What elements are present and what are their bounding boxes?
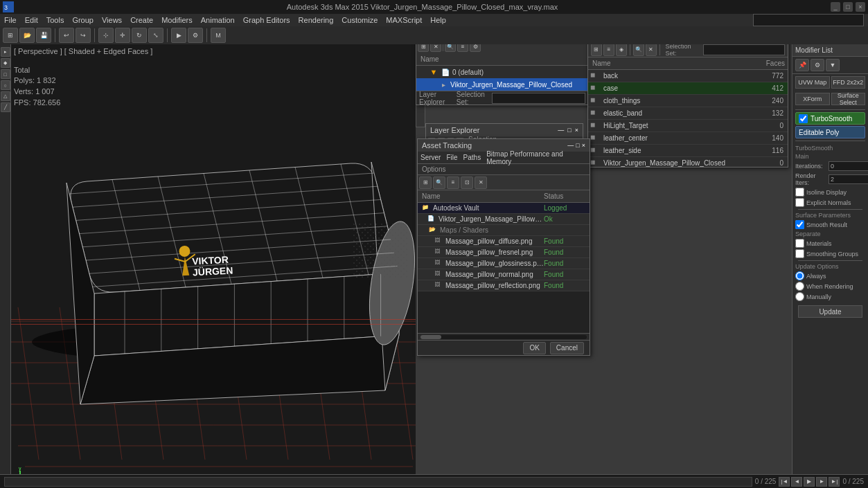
modifier-item-editable-poly[interactable]: Editable Poly bbox=[795, 126, 865, 138]
at-menu-bitmap[interactable]: Bitmap Performance and Memory bbox=[486, 150, 587, 165]
last-frame-btn[interactable]: ►| bbox=[829, 477, 840, 487]
save-btn[interactable]: 💾 bbox=[36, 28, 51, 43]
at-scroll-thumb[interactable] bbox=[420, 335, 441, 339]
sfs-item-hilight[interactable]: ◼ HiLight_Target 0 bbox=[588, 120, 788, 132]
lt-btn-5[interactable]: △ bbox=[1, 91, 10, 101]
se-item-default[interactable]: ▼ 📄 0 (default) bbox=[416, 66, 588, 78]
scale-btn[interactable]: ⤡ bbox=[148, 28, 163, 43]
sfs-item-leather-side[interactable]: ◼ leather_side 116 bbox=[588, 145, 788, 157]
viewport[interactable]: [ Perspective ] [ Shaded + Edged Faces ]… bbox=[11, 44, 416, 488]
xform-btn[interactable]: XForm bbox=[795, 93, 830, 105]
le-maximize-btn[interactable]: □ bbox=[567, 127, 571, 134]
at-item-vault[interactable]: 📁 Autodesk Vault Logged bbox=[418, 203, 590, 214]
ts-smoothing-groups-checkbox[interactable] bbox=[795, 249, 804, 258]
sfs-item-elastic[interactable]: ◼ elastic_band 132 bbox=[588, 107, 788, 120]
ts-iterations-input[interactable] bbox=[829, 161, 868, 171]
sfs-item-back[interactable]: ◼ back 772 bbox=[588, 70, 788, 82]
ts-update-btn[interactable]: Update bbox=[798, 305, 862, 318]
at-menu-file[interactable]: File bbox=[446, 154, 457, 161]
lt-btn-6[interactable]: ╱ bbox=[1, 102, 10, 112]
render-setup-btn[interactable]: ⚙ bbox=[188, 28, 203, 43]
render-btn[interactable]: ▶ bbox=[171, 28, 186, 43]
ts-isoline-checkbox[interactable] bbox=[795, 188, 804, 197]
ts-render-iters-input[interactable] bbox=[829, 174, 868, 184]
menu-modifiers[interactable]: Modifiers bbox=[161, 16, 193, 24]
mod-pin-btn[interactable]: 📌 bbox=[795, 59, 809, 71]
se-item-pillow[interactable]: ▸ Viktor_Jurgen_Massage_Pillow_Closed bbox=[416, 78, 588, 91]
menu-animation[interactable]: Animation bbox=[201, 16, 235, 24]
first-frame-btn[interactable]: |◄ bbox=[779, 477, 790, 487]
at-tb-btn-1[interactable]: ⊞ bbox=[419, 177, 432, 189]
next-frame-btn[interactable]: ► bbox=[816, 477, 827, 487]
at-menu-paths[interactable]: Paths bbox=[463, 154, 481, 161]
prev-frame-btn[interactable]: ◄ bbox=[791, 477, 802, 487]
ts-explicit-checkbox[interactable] bbox=[795, 198, 804, 207]
menu-help[interactable]: Help bbox=[430, 16, 446, 24]
ts-smooth-result-checkbox[interactable] bbox=[795, 220, 804, 229]
minimize-btn[interactable]: _ bbox=[831, 2, 840, 12]
ts-manually-radio[interactable] bbox=[795, 292, 804, 301]
move-btn[interactable]: ✛ bbox=[115, 28, 130, 43]
maximize-btn[interactable]: □ bbox=[843, 2, 853, 12]
at-minimize-btn[interactable]: — bbox=[567, 142, 574, 149]
at-ok-btn[interactable]: OK bbox=[523, 342, 545, 354]
menu-edit[interactable]: Edit bbox=[25, 16, 38, 24]
sfs-item-case[interactable]: ◼ case 412 bbox=[588, 82, 788, 95]
at-tb-btn-5[interactable]: ✕ bbox=[475, 177, 487, 189]
turbosmooth-checkbox[interactable] bbox=[799, 114, 808, 123]
le-close-btn[interactable]: × bbox=[575, 127, 578, 134]
ts-always-radio[interactable] bbox=[795, 271, 804, 280]
sfs-tb-btn-2[interactable]: ≡ bbox=[603, 44, 614, 56]
at-item-main-file[interactable]: 📄 Viktor_Jurgen_Massage_Pillow_Closed_ma… bbox=[418, 214, 590, 225]
at-tb-btn-3[interactable]: ≡ bbox=[447, 177, 459, 189]
mod-expand-btn[interactable]: ▼ bbox=[826, 59, 840, 71]
menu-maxscript[interactable]: MAXScript bbox=[386, 16, 422, 24]
at-close-btn[interactable]: × bbox=[582, 142, 585, 149]
le-minimize-btn[interactable]: — bbox=[558, 127, 564, 134]
at-item-reflection[interactable]: 🖼 Massage_pillow_reflection.png Found bbox=[418, 280, 590, 291]
lt-btn-4[interactable]: ○ bbox=[1, 80, 10, 90]
uwv-map-btn[interactable]: UVW Map bbox=[795, 76, 830, 89]
lt-btn-2[interactable]: ◆ bbox=[1, 58, 10, 68]
rotate-btn[interactable]: ↻ bbox=[132, 28, 147, 43]
sfs-tb-btn-3[interactable]: ◈ bbox=[616, 44, 627, 56]
lt-btn-1[interactable]: ▸ bbox=[1, 47, 10, 57]
at-maximize-btn[interactable]: □ bbox=[576, 142, 579, 149]
at-item-normal[interactable]: 🖼 Massage_pillow_normal.png Found bbox=[418, 269, 590, 280]
at-tb-btn-4[interactable]: ⊡ bbox=[461, 177, 473, 189]
undo-btn[interactable]: ↩ bbox=[59, 28, 74, 43]
se-selection-set-input[interactable] bbox=[492, 93, 585, 104]
menu-tools[interactable]: Tools bbox=[46, 16, 64, 24]
sfs-item-leather-center[interactable]: ◼ leather_center 140 bbox=[588, 132, 788, 145]
at-tb-btn-2[interactable]: 🔍 bbox=[433, 177, 445, 189]
menu-rendering[interactable]: Rendering bbox=[299, 16, 334, 24]
modifier-item-turbosmooth[interactable]: TurboSmooth bbox=[795, 112, 865, 125]
new-btn[interactable]: ⊞ bbox=[3, 28, 18, 43]
sfs-tb-btn-5[interactable]: ✕ bbox=[646, 44, 657, 56]
search-input[interactable] bbox=[753, 14, 864, 26]
open-btn[interactable]: 📂 bbox=[19, 28, 35, 43]
at-item-diffuse[interactable]: 🖼 Massage_pillow_diffuse.png Found bbox=[418, 236, 590, 247]
sfs-item-cloth[interactable]: ◼ cloth_things 240 bbox=[588, 95, 788, 107]
lt-btn-3[interactable]: □ bbox=[1, 69, 10, 79]
at-item-fresnel[interactable]: 🖼 Massage_pillow_fresnel.png Found bbox=[418, 247, 590, 258]
sfs-tb-btn-4[interactable]: 🔍 bbox=[633, 44, 644, 56]
ts-materials-checkbox[interactable] bbox=[795, 239, 804, 248]
play-btn[interactable]: ▶ bbox=[804, 477, 815, 487]
at-scrollbar[interactable] bbox=[418, 333, 590, 340]
menu-customize[interactable]: Customize bbox=[342, 16, 378, 24]
mod-config-btn[interactable]: ⚙ bbox=[811, 59, 824, 71]
material-editor-btn[interactable]: M bbox=[211, 28, 226, 43]
menu-create[interactable]: Create bbox=[130, 16, 153, 24]
redo-btn[interactable]: ↪ bbox=[76, 28, 91, 43]
sfs-sel-set-input[interactable] bbox=[703, 44, 785, 55]
at-item-gloss[interactable]: 🖼 Massage_pillow_glossiness.png Found bbox=[418, 258, 590, 269]
at-menu-server[interactable]: Server bbox=[420, 154, 441, 161]
at-item-maps-group[interactable]: 📂 Maps / Shaders bbox=[418, 225, 590, 236]
sfs-item-pillow-closed[interactable]: ◼ Viktor_Jurgen_Massage_Pillow_Closed 0 bbox=[588, 157, 788, 167]
ffp-btn[interactable]: FFD 2x2x2 bbox=[831, 76, 866, 89]
menu-graph-editors[interactable]: Graph Editors bbox=[243, 16, 290, 24]
close-btn[interactable]: × bbox=[856, 2, 865, 12]
select-btn[interactable]: ⊹ bbox=[98, 28, 114, 43]
at-cancel-btn[interactable]: Cancel bbox=[550, 342, 584, 354]
